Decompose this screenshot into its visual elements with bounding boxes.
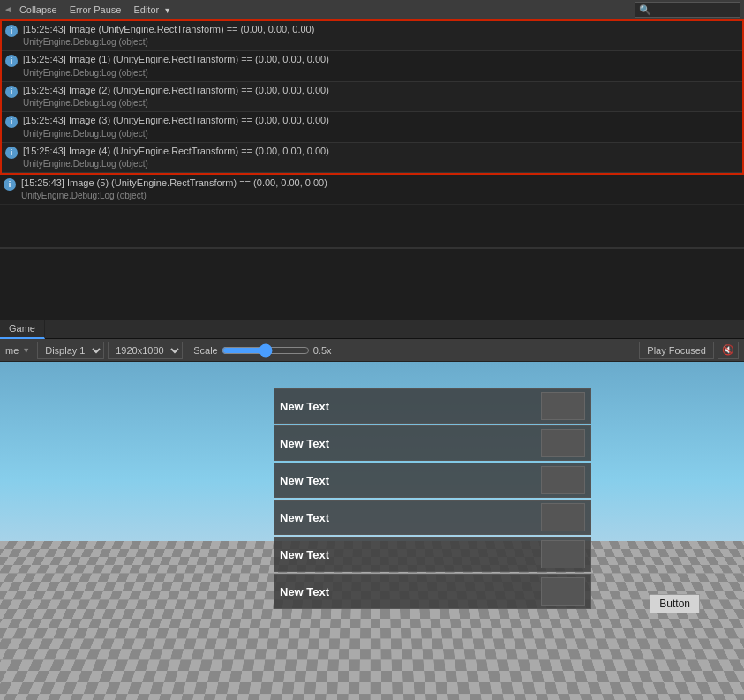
chevron-down-icon: ▼: [163, 6, 171, 15]
console-search-input[interactable]: [635, 2, 740, 18]
resolution-dropdown[interactable]: 1920x1080: [108, 342, 183, 359]
log-icon-3: i: [5, 116, 19, 130]
aspect-ratio-chevron: ▼: [22, 346, 30, 355]
console-text-0: [15:25:43] Image (UnityEngine.RectTransf…: [23, 23, 739, 49]
console-entry-1[interactable]: i [15:25:43] Image (1) (UnityEngine.Rect…: [2, 51, 742, 81]
play-focused-button[interactable]: Play Focused: [639, 342, 714, 359]
console-entry-3[interactable]: i [15:25:43] Image (3) (UnityEngine.Rect…: [2, 112, 742, 142]
ui-card-image-1: [541, 429, 585, 457]
ui-card-0: New Text: [274, 388, 591, 424]
empty-space: [0, 249, 744, 320]
display-dropdown[interactable]: Display 1: [37, 342, 104, 359]
log-icon-5: i: [4, 178, 18, 192]
log-icon-2: i: [5, 86, 19, 100]
mute-button[interactable]: 🔇: [718, 342, 739, 359]
editor-dropdown-button[interactable]: Editor ▼: [128, 1, 177, 19]
console-toolbar: ◄ Collapse Error Pause Editor ▼: [0, 0, 744, 19]
game-ui-button[interactable]: Button: [650, 594, 700, 613]
ui-card-text-4: New Text: [280, 548, 541, 561]
tab-game[interactable]: Game: [0, 320, 45, 339]
ui-card-text-2: New Text: [280, 474, 541, 487]
aspect-ratio-label: me: [5, 345, 19, 356]
console-entry-4[interactable]: i [15:25:43] Image (4) (UnityEngine.Rect…: [2, 143, 742, 173]
console-text-3: [15:25:43] Image (3) (UnityEngine.RectTr…: [23, 114, 739, 139]
ui-card-4: New Text: [274, 537, 591, 572]
ui-card-3: New Text: [274, 500, 591, 535]
scale-value: 0.5x: [313, 345, 332, 356]
console-entry-0[interactable]: i [15:25:43] Image (UnityEngine.RectTran…: [2, 21, 742, 51]
ui-cards-panel: New Text New Text New Text New Text New …: [274, 388, 591, 611]
collapse-button[interactable]: Collapse: [14, 1, 63, 19]
console-panel: i [15:25:43] Image (UnityEngine.RectTran…: [0, 19, 744, 249]
ui-card-image-5: [541, 577, 585, 606]
console-entry-5[interactable]: i [15:25:43] Image (5) (UnityEngine.Rect…: [0, 175, 744, 205]
ui-card-image-3: [541, 503, 585, 531]
scale-slider[interactable]: [222, 343, 310, 358]
ui-card-text-3: New Text: [280, 511, 541, 524]
ui-card-text-0: New Text: [280, 400, 541, 413]
left-arrow-icon: ◄: [4, 4, 12, 14]
selected-entries-group: i [15:25:43] Image (UnityEngine.RectTran…: [0, 19, 744, 175]
game-viewport: New Text New Text New Text New Text New …: [0, 362, 744, 700]
console-text-4: [15:25:43] Image (4) (UnityEngine.RectTr…: [23, 145, 739, 170]
console-text-1: [15:25:43] Image (1) (UnityEngine.RectTr…: [23, 53, 739, 79]
log-icon-1: i: [5, 55, 19, 69]
game-tabbar: Game: [0, 320, 744, 339]
ui-card-1: New Text: [274, 425, 591, 461]
log-icon-4: i: [5, 147, 19, 161]
scale-control: Scale 0.5x: [193, 343, 331, 358]
ui-card-image-0: [541, 392, 585, 420]
scale-label: Scale: [193, 345, 218, 356]
ui-card-2: New Text: [274, 463, 591, 498]
console-entry-2[interactable]: i [15:25:43] Image (2) (UnityEngine.Rect…: [2, 82, 742, 112]
console-text-2: [15:25:43] Image (2) (UnityEngine.RectTr…: [23, 84, 739, 109]
log-icon-0: i: [5, 25, 19, 39]
game-toolbar: me ▼ Display 1 1920x1080 Scale 0.5x Play…: [0, 339, 744, 362]
ui-card-image-2: [541, 466, 585, 494]
ui-card-text-5: New Text: [280, 585, 541, 598]
ui-card-image-4: [541, 540, 585, 568]
console-text-5: [15:25:43] Image (5) (UnityEngine.RectTr…: [21, 177, 740, 202]
error-pause-button[interactable]: Error Pause: [64, 1, 127, 19]
ui-card-5: New Text: [274, 574, 591, 609]
ui-card-text-1: New Text: [280, 437, 541, 450]
